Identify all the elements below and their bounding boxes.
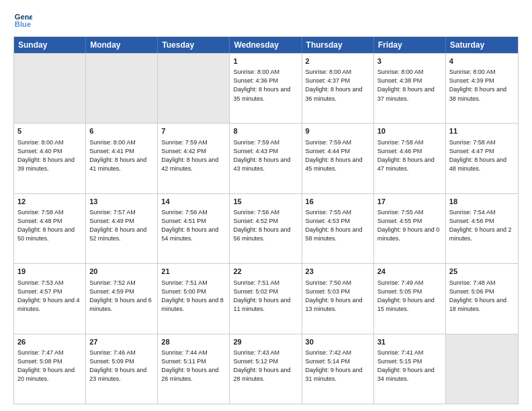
calendar-cell: 31Sunrise: 7:41 AM Sunset: 5:15 PM Dayli… xyxy=(374,334,446,404)
calendar-cell: 16Sunrise: 7:55 AM Sunset: 4:53 PM Dayli… xyxy=(302,194,374,263)
logo: General Blue xyxy=(13,11,32,30)
logo-icon: General Blue xyxy=(13,11,32,30)
calendar-cell: 6Sunrise: 8:00 AM Sunset: 4:41 PM Daylig… xyxy=(86,124,158,193)
calendar-row: 5Sunrise: 8:00 AM Sunset: 4:40 PM Daylig… xyxy=(14,123,518,193)
cell-info: Sunrise: 7:52 AM Sunset: 4:59 PM Dayligh… xyxy=(89,279,154,314)
day-number: 25 xyxy=(449,267,515,277)
day-number: 26 xyxy=(17,337,82,347)
calendar-cell: 30Sunrise: 7:42 AM Sunset: 5:14 PM Dayli… xyxy=(302,334,374,404)
cell-info: Sunrise: 8:00 AM Sunset: 4:41 PM Dayligh… xyxy=(89,138,154,173)
day-number: 2 xyxy=(306,56,370,66)
day-number: 23 xyxy=(306,267,370,277)
calendar-body: 1Sunrise: 8:00 AM Sunset: 4:36 PM Daylig… xyxy=(14,53,518,404)
cell-info: Sunrise: 7:49 AM Sunset: 5:05 PM Dayligh… xyxy=(378,279,442,314)
cell-info: Sunrise: 8:00 AM Sunset: 4:40 PM Dayligh… xyxy=(17,138,82,173)
calendar-cell: 7Sunrise: 7:59 AM Sunset: 4:42 PM Daylig… xyxy=(158,124,230,193)
calendar-cell: 13Sunrise: 7:57 AM Sunset: 4:49 PM Dayli… xyxy=(86,194,158,263)
header: General Blue xyxy=(13,11,519,30)
calendar-cell: 29Sunrise: 7:43 AM Sunset: 5:12 PM Dayli… xyxy=(230,334,302,404)
day-number: 24 xyxy=(378,267,442,277)
day-number: 11 xyxy=(449,126,515,136)
calendar-cell: 9Sunrise: 7:59 AM Sunset: 4:44 PM Daylig… xyxy=(302,124,374,193)
calendar-cell: 23Sunrise: 7:50 AM Sunset: 5:03 PM Dayli… xyxy=(302,264,374,333)
cell-info: Sunrise: 7:59 AM Sunset: 4:43 PM Dayligh… xyxy=(233,138,298,173)
day-number: 14 xyxy=(161,197,226,207)
day-number: 7 xyxy=(161,126,226,136)
day-number: 3 xyxy=(378,56,442,66)
cell-info: Sunrise: 7:41 AM Sunset: 5:15 PM Dayligh… xyxy=(378,349,442,383)
calendar-cell: 27Sunrise: 7:46 AM Sunset: 5:09 PM Dayli… xyxy=(86,334,158,404)
calendar: SundayMondayTuesdayWednesdayThursdayFrid… xyxy=(13,36,519,404)
calendar-cell: 26Sunrise: 7:47 AM Sunset: 5:08 PM Dayli… xyxy=(14,334,86,404)
header-cell-friday: Friday xyxy=(374,37,446,53)
day-number: 21 xyxy=(161,267,226,277)
calendar-row: 19Sunrise: 7:53 AM Sunset: 4:57 PM Dayli… xyxy=(14,263,518,333)
day-number: 29 xyxy=(233,337,298,347)
day-number: 5 xyxy=(17,126,82,136)
calendar-cell: 4Sunrise: 8:00 AM Sunset: 4:39 PM Daylig… xyxy=(446,54,518,123)
calendar-cell: 20Sunrise: 7:52 AM Sunset: 4:59 PM Dayli… xyxy=(86,264,158,333)
header-cell-tuesday: Tuesday xyxy=(158,37,230,53)
cell-info: Sunrise: 7:51 AM Sunset: 5:00 PM Dayligh… xyxy=(161,279,226,314)
calendar-cell xyxy=(446,334,518,404)
cell-info: Sunrise: 7:58 AM Sunset: 4:47 PM Dayligh… xyxy=(449,138,515,173)
day-number: 1 xyxy=(233,56,298,66)
day-number: 6 xyxy=(89,126,154,136)
calendar-cell: 2Sunrise: 8:00 AM Sunset: 4:37 PM Daylig… xyxy=(302,54,374,123)
calendar-cell: 25Sunrise: 7:48 AM Sunset: 5:06 PM Dayli… xyxy=(446,264,518,333)
cell-info: Sunrise: 7:55 AM Sunset: 4:55 PM Dayligh… xyxy=(378,208,442,243)
day-number: 20 xyxy=(89,267,154,277)
calendar-cell: 28Sunrise: 7:44 AM Sunset: 5:11 PM Dayli… xyxy=(158,334,230,404)
cell-info: Sunrise: 7:56 AM Sunset: 4:52 PM Dayligh… xyxy=(233,208,298,243)
day-number: 16 xyxy=(306,197,370,207)
cell-info: Sunrise: 7:51 AM Sunset: 5:02 PM Dayligh… xyxy=(233,279,298,314)
cell-info: Sunrise: 7:53 AM Sunset: 4:57 PM Dayligh… xyxy=(17,279,82,314)
day-number: 8 xyxy=(233,126,298,136)
calendar-row: 26Sunrise: 7:47 AM Sunset: 5:08 PM Dayli… xyxy=(14,334,518,404)
calendar-cell: 10Sunrise: 7:58 AM Sunset: 4:46 PM Dayli… xyxy=(374,124,446,193)
cell-info: Sunrise: 8:00 AM Sunset: 4:38 PM Dayligh… xyxy=(378,68,442,103)
calendar-header: SundayMondayTuesdayWednesdayThursdayFrid… xyxy=(14,37,518,53)
day-number: 28 xyxy=(161,337,226,347)
cell-info: Sunrise: 7:58 AM Sunset: 4:48 PM Dayligh… xyxy=(17,208,82,243)
calendar-cell: 5Sunrise: 8:00 AM Sunset: 4:40 PM Daylig… xyxy=(14,124,86,193)
calendar-cell: 14Sunrise: 7:56 AM Sunset: 4:51 PM Dayli… xyxy=(158,194,230,263)
cell-info: Sunrise: 7:54 AM Sunset: 4:56 PM Dayligh… xyxy=(449,208,515,243)
day-number: 10 xyxy=(378,126,442,136)
cell-info: Sunrise: 7:55 AM Sunset: 4:53 PM Dayligh… xyxy=(306,208,370,243)
day-number: 22 xyxy=(233,267,298,277)
calendar-cell: 8Sunrise: 7:59 AM Sunset: 4:43 PM Daylig… xyxy=(230,124,302,193)
calendar-cell: 18Sunrise: 7:54 AM Sunset: 4:56 PM Dayli… xyxy=(446,194,518,263)
cell-info: Sunrise: 7:59 AM Sunset: 4:42 PM Dayligh… xyxy=(161,138,226,173)
day-number: 27 xyxy=(89,337,154,347)
header-cell-sunday: Sunday xyxy=(14,37,86,53)
cell-info: Sunrise: 7:57 AM Sunset: 4:49 PM Dayligh… xyxy=(89,208,154,243)
calendar-cell xyxy=(158,54,230,123)
cell-info: Sunrise: 7:56 AM Sunset: 4:51 PM Dayligh… xyxy=(161,208,226,243)
cell-info: Sunrise: 7:58 AM Sunset: 4:46 PM Dayligh… xyxy=(378,138,442,173)
day-number: 30 xyxy=(306,337,370,347)
calendar-cell: 22Sunrise: 7:51 AM Sunset: 5:02 PM Dayli… xyxy=(230,264,302,333)
calendar-cell: 17Sunrise: 7:55 AM Sunset: 4:55 PM Dayli… xyxy=(374,194,446,263)
calendar-cell: 15Sunrise: 7:56 AM Sunset: 4:52 PM Dayli… xyxy=(230,194,302,263)
calendar-cell: 19Sunrise: 7:53 AM Sunset: 4:57 PM Dayli… xyxy=(14,264,86,333)
header-cell-wednesday: Wednesday xyxy=(230,37,302,53)
calendar-cell: 11Sunrise: 7:58 AM Sunset: 4:47 PM Dayli… xyxy=(446,124,518,193)
cell-info: Sunrise: 8:00 AM Sunset: 4:37 PM Dayligh… xyxy=(306,68,370,103)
cell-info: Sunrise: 8:00 AM Sunset: 4:39 PM Dayligh… xyxy=(449,68,515,103)
day-number: 15 xyxy=(233,197,298,207)
calendar-cell xyxy=(86,54,158,123)
calendar-row: 1Sunrise: 8:00 AM Sunset: 4:36 PM Daylig… xyxy=(14,53,518,123)
calendar-cell: 12Sunrise: 7:58 AM Sunset: 4:48 PM Dayli… xyxy=(14,194,86,263)
page: General Blue SundayMondayTuesdayWednesda… xyxy=(0,0,532,411)
cell-info: Sunrise: 7:48 AM Sunset: 5:06 PM Dayligh… xyxy=(449,279,515,314)
day-number: 4 xyxy=(449,56,515,66)
calendar-cell: 1Sunrise: 8:00 AM Sunset: 4:36 PM Daylig… xyxy=(230,54,302,123)
cell-info: Sunrise: 7:47 AM Sunset: 5:08 PM Dayligh… xyxy=(17,349,82,383)
cell-info: Sunrise: 7:43 AM Sunset: 5:12 PM Dayligh… xyxy=(233,349,298,383)
header-cell-thursday: Thursday xyxy=(302,37,374,53)
day-number: 18 xyxy=(449,197,515,207)
day-number: 19 xyxy=(17,267,82,277)
svg-text:General: General xyxy=(15,13,32,21)
header-cell-monday: Monday xyxy=(86,37,158,53)
